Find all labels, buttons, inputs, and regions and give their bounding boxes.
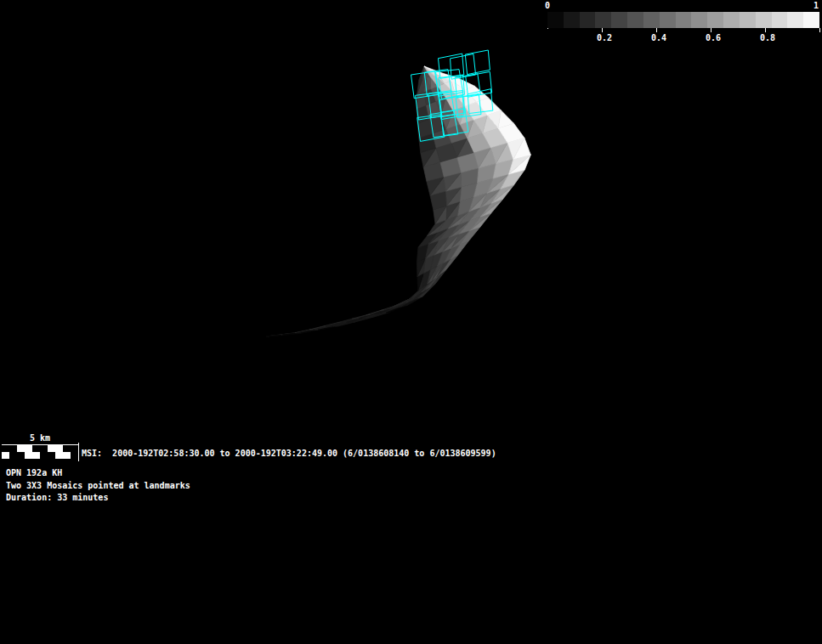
- colorbar-cell: [611, 12, 627, 28]
- scale-bar-label: 5 km: [2, 433, 78, 443]
- colorbar-cell: [547, 12, 564, 28]
- asteroid-mesh: [266, 66, 530, 336]
- scale-bar-cell: [25, 452, 40, 459]
- colorbar-cell: [580, 12, 596, 28]
- colorbar-cell: [660, 12, 676, 28]
- colorbar-cell: [756, 12, 772, 28]
- colorbar-tick-label: 0.8: [757, 33, 778, 43]
- colorbar-tick: [819, 28, 820, 32]
- colorbar-cell: [643, 12, 660, 28]
- scale-bar-end-line: [78, 443, 79, 461]
- colorbar-min-label: 0: [541, 1, 554, 11]
- colorbar-cell: [707, 12, 723, 28]
- colorbar-tick: [602, 28, 603, 32]
- colorbar-cell: [595, 12, 611, 28]
- mosaic-frame: [465, 50, 490, 75]
- scale-bar-cell: [32, 445, 48, 452]
- scale-bar-cell: [9, 452, 25, 459]
- colorbar-cell: [740, 12, 756, 28]
- scale-bar-cell: [48, 445, 63, 452]
- colorbar-cell: [787, 12, 803, 28]
- viewport: 0 1 0.20.40.60.8 5 km MSI: 2000-192T02:5…: [0, 0, 822, 644]
- colorbar-tick: [656, 28, 657, 32]
- scale-bar-cell: [2, 445, 17, 452]
- scale-bar-cell: [55, 452, 71, 459]
- colorbar-tick-label: 0.4: [649, 33, 669, 43]
- scale-bar-top-line: [2, 444, 78, 445]
- colorbar-max-label: 1: [809, 1, 822, 11]
- colorbar-cell: [676, 12, 692, 28]
- scale-bar-cell: [40, 452, 55, 459]
- asteroid-render: [0, 0, 822, 644]
- colorbar-cell: [772, 12, 788, 28]
- colorbar-cell: [723, 12, 740, 28]
- colorbar-tick-label: 0.6: [703, 33, 723, 43]
- scale-bar-cell: [71, 452, 78, 459]
- colorbar-cell: [803, 12, 819, 28]
- colorbar-tick-label: 0.2: [594, 33, 615, 43]
- colorbar-cell: [627, 12, 643, 28]
- duration-label: Duration: 33 minutes: [6, 493, 108, 503]
- colorbar-tick: [765, 28, 766, 32]
- observation-range-label: MSI: 2000-192T02:58:30.00 to 2000-192T03…: [82, 449, 496, 459]
- scale-bar-cell: [63, 445, 78, 452]
- colorbar-cell: [691, 12, 707, 28]
- scale-bar-cell: [17, 445, 32, 452]
- colorbar-tick: [711, 28, 711, 32]
- mosaic-description-label: Two 3X3 Mosaics pointed at landmarks: [6, 481, 190, 491]
- scale-bar-cell: [2, 452, 9, 459]
- colorbar-cell: [564, 12, 580, 28]
- opnav-label: OPN 192a KH: [6, 468, 62, 478]
